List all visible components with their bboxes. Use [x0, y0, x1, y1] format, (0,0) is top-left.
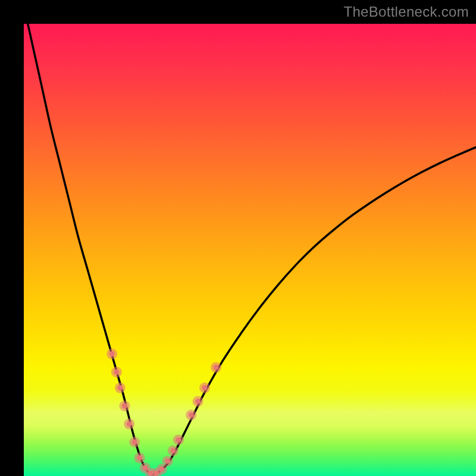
data-marker-core [202, 385, 208, 390]
marker-layer [107, 349, 221, 476]
data-marker-core [132, 440, 137, 445]
data-marker-core [127, 421, 132, 427]
data-marker-core [117, 385, 123, 390]
app-frame: TheBottleneck.com [0, 0, 476, 476]
plot-area [24, 24, 476, 476]
bottleneck-curve [24, 24, 476, 474]
data-marker-core [189, 412, 194, 418]
data-marker-core [137, 455, 142, 461]
data-marker-core [170, 448, 176, 453]
watermark-text: TheBottleneck.com [343, 4, 469, 20]
data-marker-core [114, 369, 119, 375]
data-marker-core [165, 458, 170, 464]
chart-svg [24, 24, 476, 476]
data-marker-core [159, 466, 164, 472]
data-marker-core [122, 403, 127, 409]
data-marker-core [214, 365, 219, 370]
data-marker-core [176, 437, 181, 443]
data-marker-core [109, 351, 115, 356]
data-marker-core [195, 399, 201, 404]
